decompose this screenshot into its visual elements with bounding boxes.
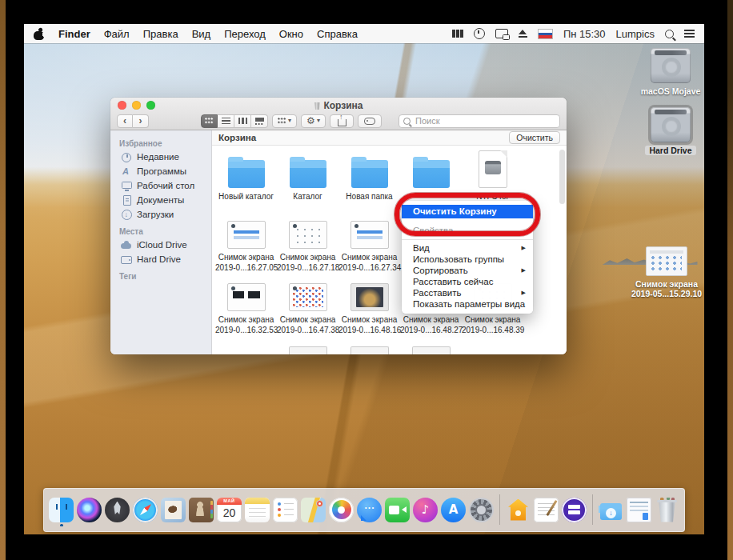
dock-reminders-icon[interactable] xyxy=(273,498,298,522)
context-menu-item-show-view-options[interactable]: Показать параметры вида xyxy=(402,298,533,310)
dock-home-icon[interactable] xyxy=(506,498,531,522)
file-item[interactable]: Снимок экрана2019-0...16.48.16 xyxy=(338,283,400,335)
file-label: Снимок экрана2019-0...16.27.18 xyxy=(277,253,338,273)
dock-textedit-icon[interactable] xyxy=(534,498,559,522)
scrollbar[interactable] xyxy=(559,150,565,204)
file-item[interactable] xyxy=(277,346,338,354)
spotlight-search-icon[interactable] xyxy=(665,30,674,38)
menubar-menu-5[interactable]: Окно xyxy=(279,28,303,40)
dock-finder-icon[interactable] xyxy=(49,498,74,522)
group-button[interactable]: ▾ xyxy=(272,114,297,128)
dock-messages-icon[interactable] xyxy=(357,498,382,522)
time-machine-icon[interactable] xyxy=(474,28,485,39)
forward-button[interactable]: › xyxy=(133,114,149,128)
file-item[interactable]: Новая папка xyxy=(338,151,400,202)
list-view-button[interactable] xyxy=(218,114,234,128)
file-item[interactable]: Новый каталог xyxy=(215,151,277,202)
menubar-menu-2[interactable]: Правка xyxy=(143,28,178,40)
menubar-user-menu[interactable]: Lumpics xyxy=(616,28,655,40)
context-menu-item-empty-trash[interactable]: Очистить Корзину xyxy=(402,205,533,218)
file-item[interactable] xyxy=(400,151,462,188)
input-language-flag-icon[interactable] xyxy=(538,29,553,39)
context-menu-item-sort-by[interactable]: Сортировать xyxy=(402,265,533,276)
dock-downloads-icon[interactable] xyxy=(599,498,623,522)
file-item[interactable]: Снимок экрана2019-0...16.32.53 xyxy=(215,283,277,335)
menubar-menu-3[interactable]: Вид xyxy=(192,28,211,40)
file-item[interactable]: NTFS for xyxy=(462,151,523,202)
displays-icon[interactable] xyxy=(495,29,508,38)
sidebar-item-desktop[interactable]: Рабочий стол xyxy=(110,178,211,193)
sidebar-item-icloud-drive[interactable]: iCloud Drive xyxy=(110,238,211,252)
search-input[interactable] xyxy=(414,115,555,126)
file-item[interactable]: Снимок экрана2019-0...16.27.18 xyxy=(277,221,338,273)
file-item[interactable] xyxy=(400,346,462,354)
desktop-icon-macos-mojave[interactable]: macOS Mojave xyxy=(634,48,704,96)
eject-icon[interactable] xyxy=(519,30,527,38)
file-item[interactable]: Снимок экрана2019-0...16.47.38 xyxy=(277,283,338,335)
dock-trash-icon[interactable] xyxy=(655,498,679,522)
dock-siri-icon[interactable] xyxy=(77,498,102,522)
menubar-menu-1[interactable]: Файл xyxy=(104,28,130,40)
context-menu-item-use-groups[interactable]: Использовать группы xyxy=(402,254,533,265)
window-chrome: Корзина ‹ › ▾ ⚙▾ xyxy=(110,98,567,130)
file-label: Снимок экрана2019-0...16.32.53 xyxy=(215,315,277,335)
tag-button[interactable] xyxy=(358,114,382,128)
dock-photos-icon[interactable] xyxy=(329,498,354,522)
context-menu-item-view[interactable]: Вид xyxy=(402,242,533,254)
menubar-menu-0[interactable]: Finder xyxy=(58,28,90,40)
desktop-icon-hard-drive[interactable]: Hard Drive xyxy=(634,107,704,157)
menubar-menu-6[interactable]: Справка xyxy=(317,28,358,40)
notification-center-icon[interactable] xyxy=(684,30,695,38)
dock-facetime-icon[interactable] xyxy=(385,498,410,522)
dock-appstore-icon[interactable]: A xyxy=(441,498,466,522)
icon-view-button[interactable] xyxy=(201,114,218,128)
menubar-clock[interactable]: Пн 15:30 xyxy=(563,28,606,40)
dock-maps-icon[interactable] xyxy=(301,498,326,522)
dock-launchpad-icon[interactable] xyxy=(105,498,130,522)
dock-documents-stack-icon[interactable] xyxy=(627,498,651,522)
dock-calendar-icon[interactable]: МАЙ20 xyxy=(217,498,242,522)
apple-menu-icon[interactable] xyxy=(34,28,44,40)
context-menu-item-clean-up[interactable]: Расставить xyxy=(402,287,533,298)
file-icon-wrap xyxy=(277,151,338,188)
dock-contacts-icon[interactable] xyxy=(189,498,214,522)
desktop-icon-screenshot[interactable]: Снимок экрана2019-05...15.29.10 xyxy=(627,246,704,298)
sidebar-item-applications[interactable]: Программы xyxy=(110,164,211,178)
dock-itunes-icon[interactable]: ♪ xyxy=(413,498,438,522)
menubar-menu-4[interactable]: Переход xyxy=(224,28,266,40)
sidebar-item-recents[interactable]: Недавние xyxy=(110,150,211,164)
app-switcher-icon[interactable] xyxy=(452,30,463,38)
context-menu-item-properties[interactable]: Свойства xyxy=(402,225,533,237)
file-item[interactable]: Снимок экрана2019-0...16.27.05 xyxy=(215,221,277,273)
column-view-button[interactable] xyxy=(234,114,251,128)
file-label-line1: Новая папка xyxy=(338,192,400,202)
action-button[interactable]: ⚙▾ xyxy=(301,114,326,128)
sidebar-item-downloads[interactable]: Загрузки xyxy=(110,207,211,222)
downloads-icon xyxy=(121,210,132,220)
search-field[interactable] xyxy=(399,114,560,128)
share-button[interactable] xyxy=(330,114,354,128)
dock-notes-icon[interactable] xyxy=(245,498,270,522)
trash-icon xyxy=(314,101,320,110)
dock-glyph: ♪ xyxy=(413,498,438,522)
context-menu-item-clean-up-now[interactable]: Расставить сейчас xyxy=(402,276,533,287)
dock-mail-icon[interactable] xyxy=(161,498,186,522)
back-button[interactable]: ‹ xyxy=(117,114,133,128)
chevron-down-icon: ▾ xyxy=(288,118,291,124)
file-label-line1: Снимок экрана xyxy=(462,315,523,326)
applications-icon xyxy=(121,166,132,177)
recents-icon xyxy=(121,152,132,162)
file-icon-wrap xyxy=(277,346,338,354)
file-icon-wrap xyxy=(215,221,277,249)
file-item[interactable]: Каталог xyxy=(277,151,338,202)
sidebar-item-hard-drive[interactable]: Hard Drive xyxy=(110,252,211,266)
sidebar-item-documents[interactable]: Документы xyxy=(110,193,211,207)
dock-system-preferences-icon[interactable] xyxy=(469,498,494,522)
file-item[interactable] xyxy=(338,346,400,354)
dock-safari-icon[interactable] xyxy=(133,498,158,522)
drive-icon xyxy=(651,107,691,142)
gallery-view-button[interactable] xyxy=(251,114,268,128)
file-item[interactable]: Снимок экрана2019-0...16.27.34 xyxy=(338,221,400,273)
empty-trash-header-button[interactable]: Очистить xyxy=(509,131,560,144)
dock-paragon-ntfs-icon[interactable] xyxy=(562,498,587,522)
